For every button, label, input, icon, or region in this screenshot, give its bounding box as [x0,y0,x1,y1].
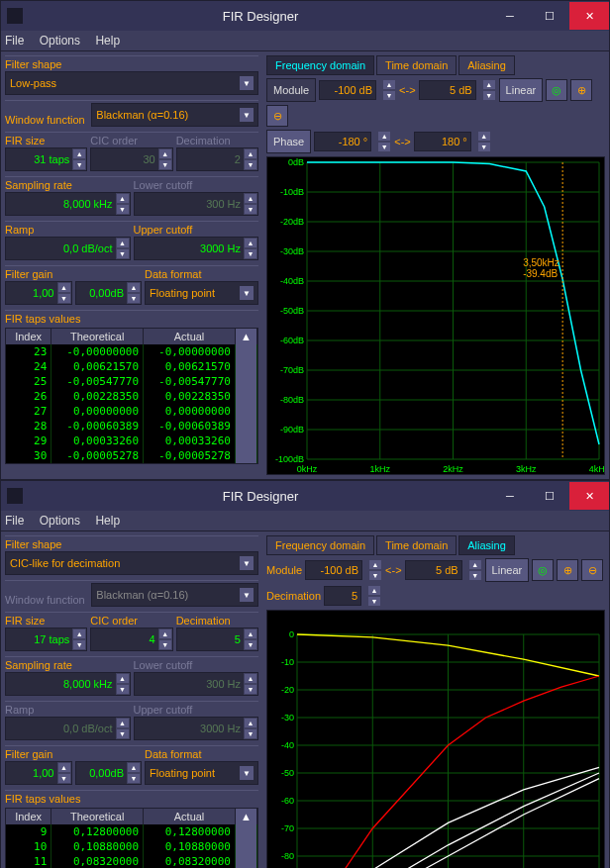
module-low[interactable]: -100 dB [305,560,362,580]
frequency-chart[interactable]: 0dB-10dB-20dB-30dB-40dB-50dB-60dB-70dB-8… [266,156,605,475]
filter-shape-label: Filter shape [5,58,258,70]
window-fn-label: Window function [5,114,88,126]
tab-aliasing[interactable]: Aliasing [458,55,515,75]
data-format-select[interactable]: Floating point▼ [145,761,258,785]
window-fn-select[interactable]: Blackman (α=0.16)▼ [91,103,258,127]
phase-high[interactable]: 180 ° [414,132,471,151]
linear-button[interactable]: Linear [485,558,530,582]
decimation-tb-input[interactable]: 5 [324,586,361,606]
scroll-up-icon[interactable]: ▲ [236,809,257,824]
module-low[interactable]: -100 dB [319,80,376,100]
data-format-select[interactable]: Floating point▼ [145,281,258,305]
phase-low[interactable]: -180 ° [314,132,371,151]
zoom-target-icon[interactable]: ◎ [532,559,554,581]
gain-db-input[interactable]: 0,00dB▲▼ [75,761,143,785]
decimation-input[interactable]: 5▲▼ [176,627,258,651]
sampling-rate-input[interactable]: 8,000 kHz▲▼ [5,192,131,216]
lower-cutoff-input[interactable]: 300 Hz▲▼ [134,192,259,216]
col-index[interactable]: Index [6,329,51,344]
col-actual[interactable]: Actual [144,809,236,824]
gain-linear-input[interactable]: 1,00▲▼ [5,761,72,785]
sampling-rate-label: Sampling rate [5,659,131,671]
table-row[interactable]: 270,000000000,00000000 [6,404,257,419]
tab-time[interactable]: Time domain [376,55,457,75]
table-row[interactable]: 25-0,00547770-0,00547770 [6,374,257,389]
filter-shape-select[interactable]: Low-pass▼ [5,71,258,95]
spin-up-icon[interactable]: ▲ [72,148,86,159]
zoom-out-icon[interactable]: ⊖ [266,105,288,127]
zoom-in-icon[interactable]: ⊕ [570,79,592,101]
menu-help[interactable]: Help [95,514,120,528]
close-button[interactable]: ✕ [569,2,609,30]
window-fn-select[interactable]: Blackman (α=0.16)▼ [91,583,258,607]
table-row[interactable]: 110,083200000,08320000 [6,854,257,868]
table-row[interactable]: 290,000332600,00033260 [6,434,257,448]
module-high[interactable]: 5 dB [419,80,476,100]
spin-down-icon[interactable]: ▼ [72,159,86,170]
lower-cutoff-input[interactable]: 300 Hz▲▼ [134,672,259,696]
menu-file[interactable]: File [5,514,24,528]
scroll-up-icon[interactable]: ▲ [236,329,257,344]
window-title: FIR Designer [31,489,490,504]
svg-text:3kHz: 3kHz [516,464,537,474]
swap-icon[interactable]: <-> [394,136,411,147]
left-panel: Filter shape CIC-like for decimation▼ Wi… [1,531,262,868]
ramp-input[interactable]: 0,0 dB/oct▲▼ [5,237,131,260]
gain-linear-input[interactable]: 1,00▲▼ [5,281,72,305]
menu-help[interactable]: Help [95,34,120,48]
col-theoretical[interactable]: Theoretical [51,329,144,344]
upper-cutoff-input[interactable]: 3000 Hz▲▼ [134,717,259,740]
menu-options[interactable]: Options [40,514,80,528]
swap-icon[interactable]: <-> [385,564,402,576]
tab-frequency[interactable]: Frequency domain [266,55,374,75]
cic-order-input[interactable]: 30▲▼ [90,147,172,171]
data-format-label: Data format [145,268,258,280]
fir-size-input[interactable]: 31 taps▲▼ [5,147,87,171]
app-icon [7,488,23,504]
module-button[interactable]: Module [266,78,316,102]
zoom-out-icon[interactable]: ⊖ [581,559,603,581]
table-row[interactable]: 100,108800000,10880000 [6,839,257,854]
minimize-button[interactable]: ─ [490,2,530,30]
maximize-button[interactable]: ☐ [530,482,569,510]
maximize-button[interactable]: ☐ [530,2,569,30]
sampling-rate-input[interactable]: 8,000 kHz▲▼ [5,672,131,696]
menu-file[interactable]: File [5,34,24,48]
gain-db-input[interactable]: 0,00dB▲▼ [75,281,143,305]
menubar: File Options Help [1,31,609,51]
table-row[interactable]: 30-0,00005278-0,00005278 [6,448,257,463]
svg-text:-90dB: -90dB [280,425,304,434]
cic-order-input[interactable]: 4▲▼ [90,627,172,651]
decimation-input[interactable]: 2▲▼ [176,147,258,171]
titlebar[interactable]: FIR Designer ─ ☐ ✕ [1,481,609,511]
module-high[interactable]: 5 dB [405,560,462,580]
close-button[interactable]: ✕ [569,482,609,510]
col-actual[interactable]: Actual [144,329,236,344]
zoom-in-icon[interactable]: ⊕ [557,559,578,581]
table-row[interactable]: 23-0,00000000-0,00000000 [6,344,257,359]
col-index[interactable]: Index [6,809,51,824]
zoom-target-icon[interactable]: ◎ [546,79,567,101]
tab-time[interactable]: Time domain [376,535,457,555]
upper-cutoff-input[interactable]: 3000 Hz▲▼ [134,237,259,260]
menu-options[interactable]: Options [40,34,80,48]
col-theoretical[interactable]: Theoretical [51,809,144,824]
table-row[interactable]: 90,128000000,12800000 [6,824,257,839]
swap-icon[interactable]: <-> [399,84,416,96]
aliasing-chart[interactable]: 0-10-20-30-40-50-60-70-80-90-1000Hz200Hz… [266,610,605,868]
table-row[interactable]: 240,006215700,00621570 [6,359,257,374]
fir-size-input[interactable]: 17 taps▲▼ [5,627,87,651]
chevron-down-icon: ▼ [240,766,254,780]
linear-button[interactable]: Linear [499,78,544,102]
ramp-input[interactable]: 0,0 dB/oct▲▼ [5,717,131,740]
tab-frequency[interactable]: Frequency domain [266,535,374,555]
table-row[interactable]: 260,002283500,00228350 [6,389,257,404]
filter-shape-select[interactable]: CIC-like for decimation▼ [5,551,258,575]
right-panel: Frequency domain Time domain Aliasing Mo… [262,51,609,479]
titlebar[interactable]: FIR Designer ─ ☐ ✕ [1,1,609,31]
window-title: FIR Designer [31,9,490,24]
table-row[interactable]: 28-0,00060389-0,00060389 [6,419,257,434]
tab-aliasing[interactable]: Aliasing [458,535,515,555]
phase-button[interactable]: Phase [266,130,311,153]
minimize-button[interactable]: ─ [490,482,530,510]
